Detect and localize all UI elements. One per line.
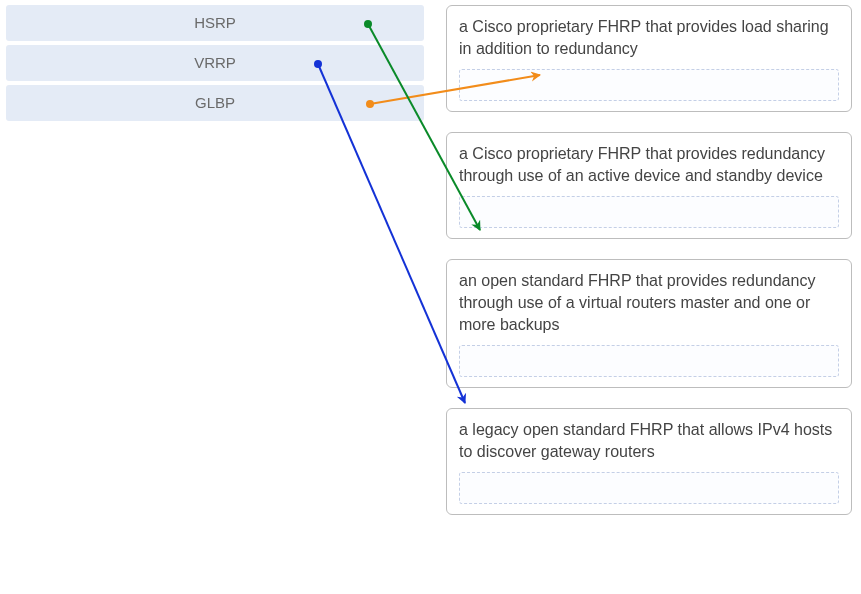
target-text-3: an open standard FHRP that provides redu… bbox=[459, 270, 839, 335]
source-item-vrrp[interactable]: VRRP bbox=[6, 45, 424, 81]
drop-zone-1[interactable] bbox=[459, 69, 839, 101]
drop-zone-2[interactable] bbox=[459, 196, 839, 228]
target-column: a Cisco proprietary FHRP that provides l… bbox=[446, 5, 852, 535]
drop-zone-3[interactable] bbox=[459, 345, 839, 377]
target-text-2: a Cisco proprietary FHRP that provides r… bbox=[459, 143, 839, 186]
target-box-2: a Cisco proprietary FHRP that provides r… bbox=[446, 132, 852, 239]
target-text-1: a Cisco proprietary FHRP that provides l… bbox=[459, 16, 839, 59]
target-box-3: an open standard FHRP that provides redu… bbox=[446, 259, 852, 388]
target-box-4: a legacy open standard FHRP that allows … bbox=[446, 408, 852, 515]
source-item-glbp[interactable]: GLBP bbox=[6, 85, 424, 121]
drop-zone-4[interactable] bbox=[459, 472, 839, 504]
target-box-1: a Cisco proprietary FHRP that provides l… bbox=[446, 5, 852, 112]
target-text-4: a legacy open standard FHRP that allows … bbox=[459, 419, 839, 462]
source-column: HSRP VRRP GLBP bbox=[6, 5, 424, 125]
source-item-hsrp[interactable]: HSRP bbox=[6, 5, 424, 41]
